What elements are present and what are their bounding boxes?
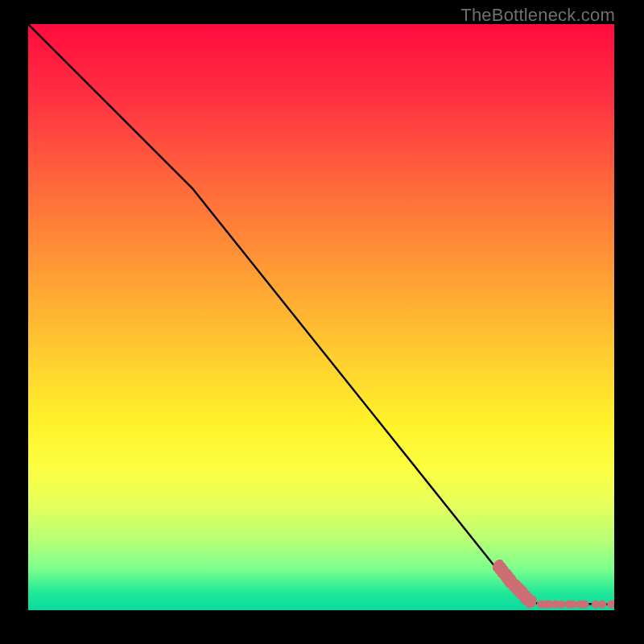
scatter-point — [528, 600, 535, 607]
scatter-points — [491, 558, 614, 610]
plot-area — [28, 24, 614, 610]
scatter-point — [608, 601, 614, 608]
chart-svg — [28, 24, 614, 610]
scatter-point — [558, 601, 565, 608]
watermark-text: TheBottleneck.com — [460, 5, 615, 26]
scatter-point — [599, 601, 606, 608]
chart-frame: TheBottleneck.com — [0, 0, 644, 644]
scatter-point — [592, 601, 599, 608]
bottleneck-curve — [28, 24, 614, 605]
scatter-point — [569, 601, 576, 608]
scatter-point — [581, 601, 588, 608]
